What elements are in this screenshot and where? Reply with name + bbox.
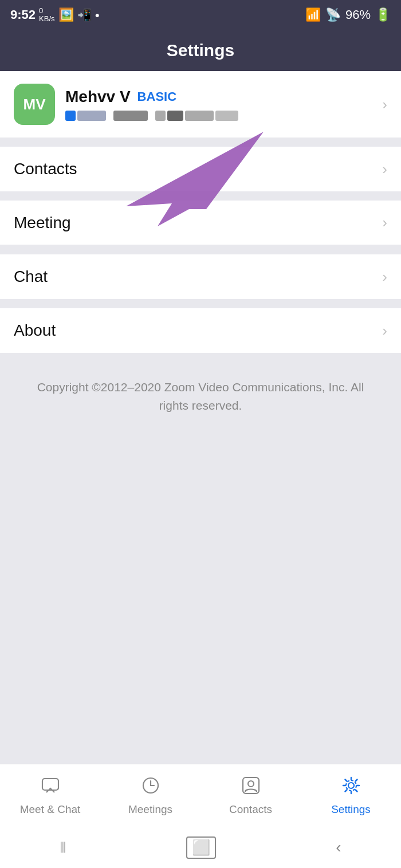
status-right: 📶 📡 96% 🔋 xyxy=(305,7,391,22)
status-bar: 9:52 0KB/s 🖼️ 📲 ● 📶 📡 96% 🔋 xyxy=(0,0,401,30)
profile-name-row: Mehvv V BASIC xyxy=(65,88,382,106)
signal-icon: 📡 xyxy=(325,7,341,22)
copyright-section: Copyright ©2012–2020 Zoom Video Communic… xyxy=(0,362,401,426)
chat-chevron: › xyxy=(382,268,387,286)
contacts-chevron: › xyxy=(382,160,387,178)
background-fill xyxy=(0,426,401,764)
dot-group-3 xyxy=(155,111,238,121)
about-chevron: › xyxy=(382,322,387,340)
chat-section: Chat › xyxy=(0,254,401,299)
meetings-icon xyxy=(141,776,160,800)
profile-chevron: › xyxy=(382,96,387,113)
menu-item-meeting[interactable]: Meeting › xyxy=(0,201,401,245)
svg-point-6 xyxy=(348,783,354,788)
dot-1 xyxy=(65,111,76,121)
meet-chat-icon xyxy=(41,776,60,800)
android-nav: ⦀ ⬜ ‹ xyxy=(0,827,401,868)
nav-label-meet-chat: Meet & Chat xyxy=(20,803,81,816)
status-image-icon: 🖼️ xyxy=(58,7,74,22)
nav-item-meetings[interactable]: Meetings xyxy=(100,776,200,816)
dot-3a xyxy=(155,111,166,121)
copyright-text: Copyright ©2012–2020 Zoom Video Communic… xyxy=(23,378,378,414)
nav-label-contacts: Contacts xyxy=(229,803,272,816)
divider-1 xyxy=(0,138,401,147)
divider-5 xyxy=(0,353,401,362)
dot-3b xyxy=(167,111,183,121)
avatar: MV xyxy=(14,84,55,125)
nav-item-settings[interactable]: Settings xyxy=(301,776,401,816)
contacts-nav-icon xyxy=(241,776,261,800)
profile-progress-dots xyxy=(65,111,382,121)
meeting-section: Meeting › xyxy=(0,201,401,245)
dot-3c xyxy=(185,111,214,121)
dot-3d xyxy=(215,111,238,121)
dot-group-1 xyxy=(65,111,106,121)
android-back-btn[interactable]: ‹ xyxy=(336,838,341,857)
android-menu-btn[interactable]: ⦀ xyxy=(60,838,66,857)
nav-item-meet-chat[interactable]: Meet & Chat xyxy=(0,776,100,816)
status-sim-icon: 📲 xyxy=(77,8,92,22)
svg-point-5 xyxy=(248,781,254,787)
top-bar: Settings xyxy=(0,30,401,71)
divider-2 xyxy=(0,191,401,201)
content-area: MV Mehvv V BASIC xyxy=(0,71,401,764)
wifi-icon: 📶 xyxy=(305,7,321,22)
status-dot: ● xyxy=(95,10,100,19)
profile-info: Mehvv V BASIC xyxy=(65,88,382,121)
battery-level: 96% xyxy=(345,7,371,22)
divider-3 xyxy=(0,245,401,254)
nav-label-meetings: Meetings xyxy=(128,803,172,816)
menu-item-contacts[interactable]: Contacts › xyxy=(0,147,401,191)
profile-name: Mehvv V xyxy=(65,88,131,106)
dot-bar-2 xyxy=(113,111,148,121)
contacts-label: Contacts xyxy=(14,160,77,178)
divider-4 xyxy=(0,299,401,308)
status-left: 9:52 0KB/s 🖼️ 📲 ● xyxy=(10,7,100,23)
menu-item-chat[interactable]: Chat › xyxy=(0,254,401,299)
bottom-nav: Meet & Chat Meetings Contacts xyxy=(0,764,401,827)
meeting-label: Meeting xyxy=(14,214,71,232)
chat-label: Chat xyxy=(14,268,48,286)
page-title: Settings xyxy=(167,41,234,60)
status-kb: 0KB/s xyxy=(39,7,54,23)
nav-item-contacts[interactable]: Contacts xyxy=(200,776,301,816)
meeting-chevron: › xyxy=(382,214,387,231)
android-home-btn[interactable]: ⬜ xyxy=(186,836,216,859)
menu-item-about[interactable]: About › xyxy=(0,308,401,353)
nav-label-settings: Settings xyxy=(331,803,371,816)
profile-section[interactable]: MV Mehvv V BASIC xyxy=(0,71,401,138)
about-label: About xyxy=(14,321,56,340)
settings-icon xyxy=(341,776,361,800)
dot-bar-1 xyxy=(77,111,106,121)
about-section: About › xyxy=(0,308,401,353)
status-time: 9:52 xyxy=(10,7,36,22)
battery-icon: 🔋 xyxy=(375,7,391,22)
profile-badge: BASIC xyxy=(137,89,176,104)
svg-point-7 xyxy=(346,780,356,791)
dot-group-2 xyxy=(113,111,148,121)
contacts-section: Contacts › xyxy=(0,147,401,191)
